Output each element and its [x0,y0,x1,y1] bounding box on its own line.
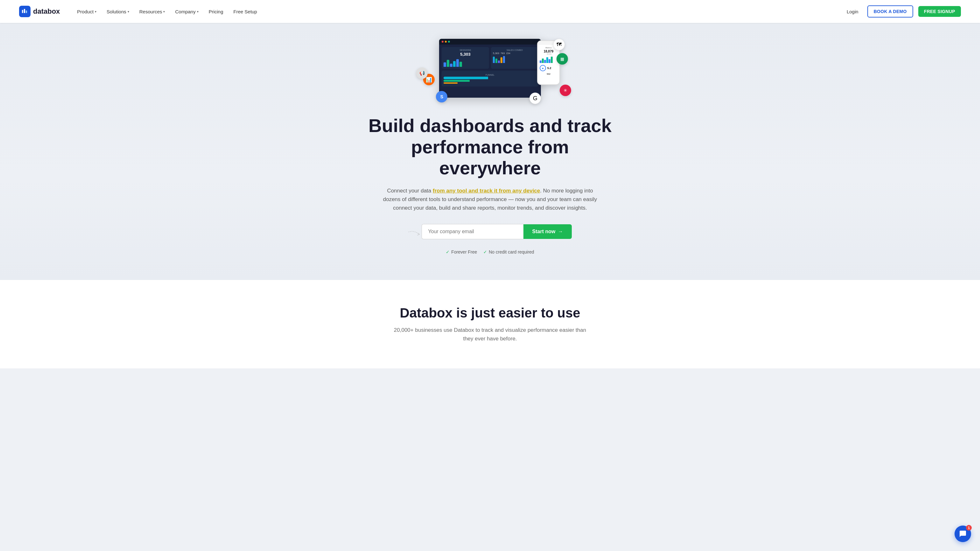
phone-bar-2 [542,59,544,63]
email-input[interactable] [422,224,523,239]
phone-bar-6 [551,57,553,63]
dash-bars [444,58,487,67]
phone-bar-3 [544,60,546,63]
chevron-down-icon: ▾ [127,10,129,13]
phone-bar-5 [549,59,550,63]
hero-subtitle: Connect your data from any tool and trac… [382,186,598,213]
nav-item-pricing[interactable]: Pricing [204,6,228,17]
start-now-button[interactable]: Start now → [523,224,572,239]
check-forever-free: ✓ Forever Free [446,249,477,254]
phone-bottom-metric: 942 [539,73,557,75]
nav-links: Product ▾ Solutions ▾ Resources ▾ Compan… [73,6,261,17]
cta-checks: ✓ Forever Free ✓ No credit card required [446,249,534,254]
phone-gauge-value: 5.2 [547,67,551,70]
gauge-icon: ● [539,65,546,71]
phone-subtext: ↑ 12.4% [539,53,557,55]
logo[interactable]: databox [19,6,60,17]
dash-dot-green [448,41,450,43]
section2: Databox is just easier to use 20,000+ bu… [0,280,980,368]
checkmark-icon-1: ✓ [446,249,450,254]
checkmark-icon-2: ✓ [483,249,487,254]
icon-snowflake: ✳ [560,85,571,96]
section2-title: Databox is just easier to use [13,305,967,321]
chevron-down-icon: ▾ [95,10,96,13]
phone-bar-1 [539,60,541,63]
svg-rect-2 [26,11,27,13]
dash-bars-2 [493,56,536,63]
bar-2 [447,60,449,67]
dash-sessions-label: SESSIONS [444,49,487,51]
icon-google: G [530,92,541,104]
hero-highlight: from any tool and track it from any devi… [433,188,540,194]
dash-card-sessions: SESSIONS 5,303 [442,47,489,69]
arrow-decoration [407,228,422,240]
chevron-down-icon: ▾ [197,10,199,13]
bar-combo3 [498,60,500,63]
logo-icon [19,6,30,17]
logo-text: databox [33,7,60,16]
icon-google-sheets: ▦ [557,53,568,65]
nav-item-free-setup[interactable]: Free Setup [229,6,261,17]
navbar-left: databox Product ▾ Solutions ▾ Resources … [19,6,261,17]
free-signup-button[interactable]: FREE SIGNUP [918,6,961,17]
section2-subtitle: 20,000+ businesses use Databox to track … [391,326,589,343]
nav-item-company[interactable]: Company ▾ [170,6,203,17]
nav-item-solutions[interactable]: Solutions ▾ [102,6,134,17]
bar-4 [453,61,456,67]
hero-illustration: SESSIONS 5,303 SALES COMBO 5,303783154 [410,36,570,106]
phone-bar-4 [546,57,548,63]
bar-5 [456,59,459,67]
login-button[interactable]: Login [843,6,862,17]
chat-bubble[interactable]: 1 [955,526,971,542]
nav-item-resources[interactable]: Resources ▾ [135,6,170,17]
dash-card-funnel: FUNNEL [442,71,538,87]
cta-area: Start now → [408,224,572,245]
icon-google-maps: 🗺 [553,39,565,50]
dashboard-main: SESSIONS 5,303 SALES COMBO 5,303783154 [439,39,541,98]
hero-section: SESSIONS 5,303 SALES COMBO 5,303783154 [0,23,980,280]
bar-combo4 [501,57,503,63]
chevron-down-icon: ▾ [163,10,165,13]
chat-notification-badge: 1 [966,525,972,530]
dash-sessions-value: 5,303 [444,52,487,57]
navbar-right: Login BOOK A DEMO FREE SIGNUP [843,5,961,17]
dash-dot-yellow [445,41,447,43]
svg-rect-0 [22,10,23,13]
icon-stripe-s: S [436,91,447,102]
bar-6 [460,62,462,67]
phone-body: Metrics 18,879 ↑ 12.4% ● 5.2 942 [538,45,559,77]
bar-3 [450,64,452,67]
check-no-credit-card: ✓ No credit card required [483,249,534,254]
bar-combo [493,57,495,63]
bar-1 [444,62,446,67]
arrow-right-icon: → [558,229,563,235]
dash-metrics-label: SALES COMBO [493,49,536,51]
phone-chart [539,57,557,63]
chat-icon [959,530,967,538]
dash-header [439,39,541,44]
hero-title: Build dashboards and track performance f… [363,115,617,179]
book-demo-button[interactable]: BOOK A DEMO [867,5,913,17]
dash-body: SESSIONS 5,303 SALES COMBO 5,303783154 [439,44,541,89]
icon-speaker: 📢 [416,67,428,79]
phone-metric-value: 18,879 [539,50,557,53]
nav-item-product[interactable]: Product ▾ [73,6,101,17]
svg-rect-1 [24,9,25,13]
bar-combo5 [503,56,505,63]
dash-dot-red [442,41,444,43]
dash-card-metrics: SALES COMBO 5,303783154 [491,47,538,69]
bar-combo2 [495,59,497,63]
cta-row: Start now → [422,224,572,239]
navbar: databox Product ▾ Solutions ▾ Resources … [0,0,980,23]
